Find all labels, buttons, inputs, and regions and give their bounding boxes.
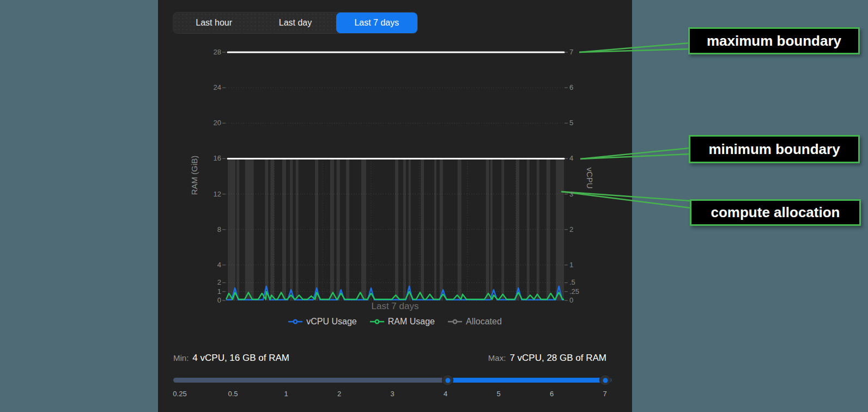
min-summary: Min:4 vCPU, 16 GB of RAM (173, 353, 289, 364)
ram-usage-marker-icon (370, 319, 384, 324)
legend-label: vCPU Usage (306, 317, 356, 327)
legend-item-ram-usage[interactable]: RAM Usage (370, 317, 435, 327)
max-summary: Max:7 vCPU, 28 GB of RAM (488, 353, 606, 364)
right-tick-label: 3 (569, 190, 573, 199)
autoscaling-panel (158, 0, 632, 412)
slider-scale-label: 3 (380, 390, 404, 398)
compute-range-summary: Min:4 vCPU, 16 GB of RAM Max:7 vCPU, 28 … (173, 353, 606, 364)
right-axis-title: vCPU (585, 167, 594, 188)
left-tick-label: 20 (196, 119, 221, 127)
right-tick-label: .5 (569, 278, 575, 287)
max-label: Max: (488, 353, 506, 362)
legend-item-allocated[interactable]: Allocated (448, 317, 502, 327)
left-tick-label: 12 (196, 190, 221, 199)
max-value: 7 vCPU, 28 GB of RAM (509, 353, 606, 363)
left-tick-label: 28 (196, 48, 221, 57)
slider-scale-label: 7 (593, 390, 617, 398)
min-value: 4 vCPU, 16 GB of RAM (192, 353, 289, 363)
slider-scale-label: 4 (434, 390, 458, 398)
x-axis-label: Last 7 days (226, 301, 564, 312)
left-tick-label: 0 (196, 296, 221, 305)
right-tick-label: 4 (569, 154, 573, 163)
right-tick-label: 5 (569, 119, 573, 127)
slider-selected-range (448, 378, 611, 383)
right-tick-label: 6 (569, 83, 573, 92)
time-range-tabs: Last hour Last day Last 7 days (173, 12, 418, 34)
slider-handle-min[interactable] (442, 374, 453, 386)
chart-legend: vCPU Usage RAM Usage Allocated (226, 317, 564, 327)
left-tick-label: 4 (196, 261, 221, 269)
left-tick-label: 1 (196, 287, 221, 296)
slider-scale-label: 6 (540, 390, 564, 398)
right-tick-label: 1 (569, 261, 573, 269)
right-tick-label: 7 (569, 48, 573, 57)
allocated-marker-icon (448, 319, 462, 324)
slider-scale-label: 1 (274, 390, 298, 398)
slider-handle-max[interactable] (599, 374, 611, 386)
min-label: Min: (173, 353, 189, 362)
left-tick-label: 16 (196, 154, 221, 163)
vcpu-usage-marker-icon (288, 319, 302, 324)
slider-scale-label: 2 (327, 390, 351, 398)
right-tick-label: 2 (569, 225, 573, 234)
compute-size-slider-track[interactable] (173, 378, 611, 383)
right-tick-label: 0 (569, 296, 573, 305)
left-tick-label: 24 (196, 83, 221, 92)
left-tick-label: 8 (196, 225, 221, 234)
legend-item-vcpu-usage[interactable]: vCPU Usage (288, 317, 356, 327)
left-tick-label: 2 (196, 278, 221, 287)
legend-label: RAM Usage (388, 317, 435, 327)
legend-label: Allocated (466, 317, 502, 327)
slider-scale-label: 0.25 (168, 390, 192, 398)
slider-scale-label: 0.5 (221, 390, 245, 398)
right-tick-label: .25 (569, 287, 579, 296)
page-background: Last hour Last day Last 7 days RAM (GiB)… (0, 0, 868, 412)
annotation-minimum-boundary: minimum boundary (689, 135, 860, 163)
tab-last-hour[interactable]: Last hour (173, 13, 254, 33)
tab-last-7-days[interactable]: Last 7 days (336, 13, 417, 33)
tab-last-day[interactable]: Last day (254, 13, 336, 33)
annotation-maximum-boundary: maximum boundary (688, 27, 860, 54)
annotation-compute-allocation: compute allocation (690, 199, 861, 226)
slider-scale-label: 5 (487, 390, 511, 398)
